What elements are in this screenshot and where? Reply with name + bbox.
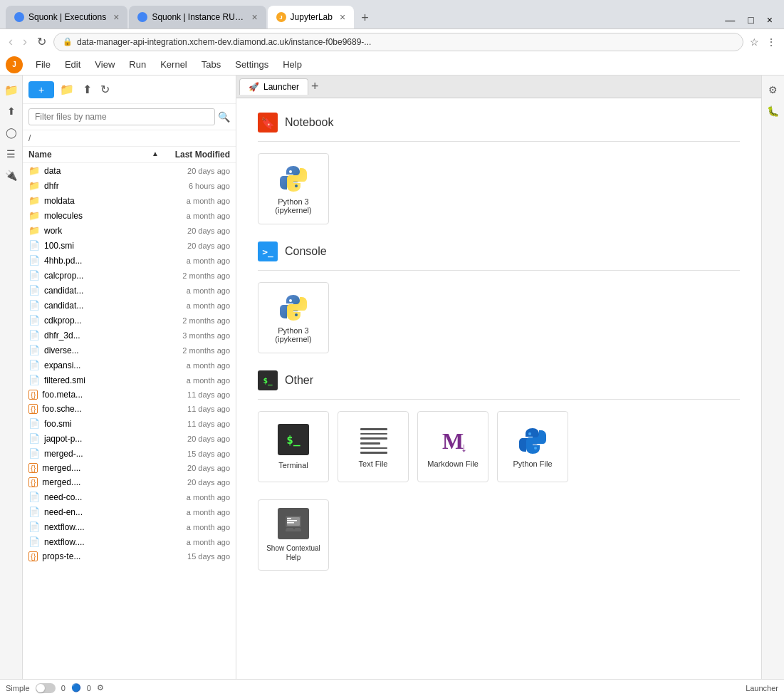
file-modified: a month ago (159, 493, 230, 502)
menu-file[interactable]: File (28, 56, 58, 73)
tab-close-icon[interactable]: × (251, 11, 257, 23)
launcher-tab[interactable]: 🚀 Launcher (239, 78, 308, 95)
more-icon[interactable]: ⋮ (764, 35, 778, 49)
right-icon-bug[interactable]: 🐛 (765, 103, 782, 120)
col-name-header[interactable]: Name (28, 150, 150, 160)
file-item[interactable]: 📁dhfr6 hours ago (23, 178, 236, 193)
back-button[interactable]: ‹ (6, 33, 16, 51)
simple-toggle[interactable] (36, 683, 56, 693)
file-item[interactable]: 📁moldataa month ago (23, 193, 236, 208)
sidebar-icon-list[interactable]: ☰ (3, 145, 20, 162)
svg-rect-9 (295, 528, 300, 529)
file-name: foo.sche... (42, 404, 159, 414)
file-item[interactable]: 📄nextflow....a month ago (23, 534, 236, 549)
menu-run[interactable]: Run (122, 56, 153, 73)
menu-view[interactable]: View (88, 56, 122, 73)
file-modified: a month ago (159, 301, 230, 310)
file-item[interactable]: {}merged....20 days ago (23, 475, 236, 489)
markdown-file-card-icon: M ↓ (437, 425, 469, 457)
forward-button[interactable]: › (20, 33, 30, 51)
file-item[interactable]: 📄need-en...a month ago (23, 504, 236, 519)
file-item[interactable]: 📄candidat...a month ago (23, 298, 236, 313)
file-item[interactable]: 📄nextflow....a month ago (23, 519, 236, 534)
python-file-card[interactable]: Python File (497, 411, 568, 482)
python3-console-card[interactable]: Python 3(ipykernel) (258, 282, 329, 353)
file-item[interactable]: 📄merged-...15 days ago (23, 446, 236, 461)
file-item[interactable]: {}foo.meta...11 days ago (23, 388, 236, 402)
file-item[interactable]: 📄cdkprop...2 months ago (23, 313, 236, 328)
file-item[interactable]: 📁moleculesa month ago (23, 208, 236, 223)
tab-close-icon[interactable]: × (340, 11, 345, 23)
address-bar: ‹ › ↻ 🔒 ☆ ⋮ (0, 28, 784, 54)
reload-button[interactable]: ↻ (34, 33, 49, 50)
file-name: foo.smi (44, 419, 159, 429)
file-modified: a month ago (159, 256, 230, 265)
terminal-card[interactable]: $_ Terminal (258, 411, 329, 482)
tab-jupyterlab[interactable]: J JupyterLab × (268, 6, 355, 28)
right-sidebar: ⚙ 🐛 (761, 76, 784, 679)
upload-button[interactable]: ⬆ (80, 80, 95, 99)
tab-squonk-executions[interactable]: Squonk | Executions × (6, 6, 127, 28)
menu-settings[interactable]: Settings (228, 56, 276, 73)
file-item[interactable]: {}foo.sche...11 days ago (23, 402, 236, 416)
window-minimize-button[interactable]: — (719, 11, 741, 28)
file-item[interactable]: 📄foo.smi11 days ago (23, 416, 236, 431)
tab-area: 🚀 Launcher + 🔖 Notebook (236, 76, 761, 679)
menu-edit[interactable]: Edit (58, 56, 88, 73)
tab-close-icon[interactable]: × (113, 11, 119, 23)
file-modified: a month ago (159, 197, 230, 205)
file-item[interactable]: 📄diverse...2 months ago (23, 343, 236, 358)
file-item[interactable]: 📄calcprop...2 months ago (23, 268, 236, 283)
text-file-card-icon (357, 425, 389, 457)
file-item[interactable]: {}props-te...15 days ago (23, 549, 236, 563)
new-folder-button[interactable]: 📁 (57, 80, 77, 99)
file-item[interactable]: {}merged....20 days ago (23, 461, 236, 475)
file-search-input[interactable] (28, 108, 215, 125)
address-input[interactable] (77, 37, 734, 47)
file-name: foo.meta... (42, 390, 159, 400)
contextual-help-card[interactable]: Show Contextual Help (258, 499, 329, 571)
add-tab-button[interactable]: + (308, 79, 322, 94)
markdown-file-card[interactable]: M ↓ Markdown File (417, 411, 488, 482)
toggle-knob (36, 684, 45, 692)
python3-notebook-card[interactable]: Python 3(ipykernel) (258, 153, 329, 224)
tab-squonk-instance[interactable]: Squonk | Instance RUNNI... × (129, 6, 266, 28)
file-item[interactable]: 📄dhfr_3d...3 months ago (23, 328, 236, 343)
tab-label: JupyterLab (291, 12, 333, 22)
file-name: merged.... (42, 463, 159, 473)
sidebar-icon-upload[interactable]: ⬆ (3, 103, 20, 120)
python-file-card-label: Python File (513, 459, 552, 468)
text-file-card[interactable]: Text File (338, 411, 409, 482)
file-name: nextflow.... (44, 522, 159, 532)
file-list-header: Name ▲ Last Modified (23, 147, 236, 163)
file-item[interactable]: 📄100.smi20 days ago (23, 238, 236, 253)
window-maximize-button[interactable]: □ (742, 11, 759, 28)
refresh-button[interactable]: ↻ (98, 80, 113, 99)
menu-kernel[interactable]: Kernel (153, 56, 194, 73)
new-tab-button[interactable]: + (355, 8, 375, 28)
sidebar-icon-files[interactable]: 📁 (3, 81, 20, 98)
menu-help[interactable]: Help (276, 56, 309, 73)
search-icon[interactable]: 🔍 (218, 111, 230, 123)
file-item[interactable]: 📄candidat...a month ago (23, 283, 236, 298)
file-modified: 20 days ago (159, 464, 230, 472)
sidebar-icon-puzzle[interactable]: 🔌 (3, 167, 20, 184)
svg-rect-10 (286, 529, 301, 531)
file-item[interactable]: 📄expansi...a month ago (23, 358, 236, 373)
file-modified: 2 months ago (159, 271, 230, 280)
right-icon-gear[interactable]: ⚙ (765, 81, 782, 98)
file-name: data (44, 166, 159, 176)
file-item[interactable]: 📄jaqpot-p...20 days ago (23, 431, 236, 446)
file-item[interactable]: 📁data20 days ago (23, 163, 236, 178)
new-file-button[interactable]: + (28, 81, 54, 98)
file-item[interactable]: 📄filtered.smia month ago (23, 373, 236, 388)
file-item[interactable]: 📄4hhb.pd...a month ago (23, 253, 236, 268)
file-item[interactable]: 📄need-co...a month ago (23, 489, 236, 504)
address-input-wrapper: 🔒 (53, 33, 743, 51)
window-close-button[interactable]: × (761, 11, 778, 28)
bookmark-icon[interactable]: ☆ (748, 35, 761, 49)
file-item[interactable]: 📁work20 days ago (23, 223, 236, 238)
sidebar-icon-circle[interactable]: ◯ (3, 124, 20, 141)
col-modified-header[interactable]: Last Modified (159, 150, 230, 160)
menu-tabs[interactable]: Tabs (194, 56, 228, 73)
